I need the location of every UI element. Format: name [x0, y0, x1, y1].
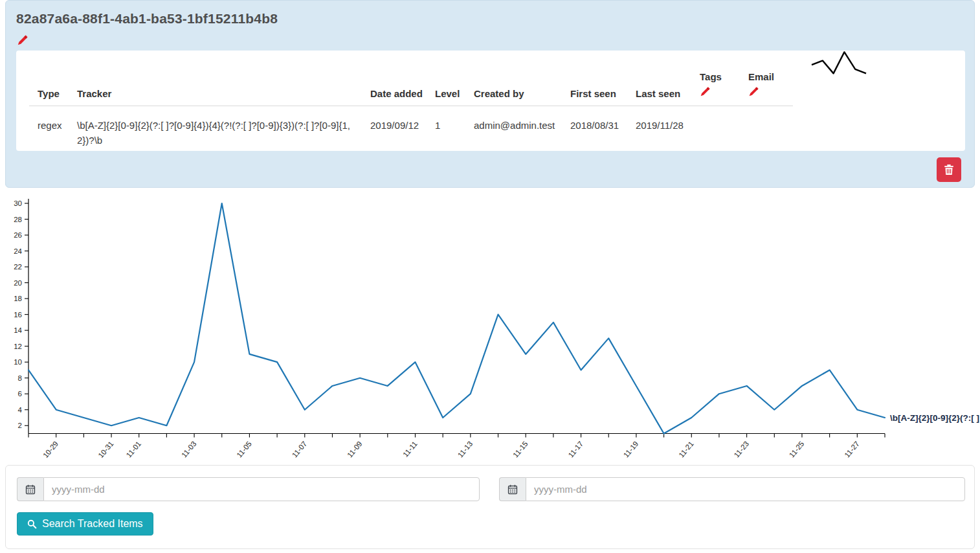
y-tick-label: 28 — [14, 216, 22, 223]
tracker-table: Type Tracker Date added Level Created by… — [29, 71, 793, 148]
y-tick-label: 4 — [18, 406, 23, 414]
table-header-row: Type Tracker Date added Level Created by… — [29, 71, 793, 106]
search-filter-card: Search Tracked Items — [5, 465, 975, 549]
x-tick-label: 11-23 — [733, 440, 751, 459]
tracker-summary-section: 82a87a6a-88f1-4ab1-ba53-1bf15211b4b8 Typ… — [5, 0, 975, 188]
y-tick-label: 24 — [14, 247, 22, 255]
pencil-icon — [700, 86, 711, 97]
x-tick-label: 11-17 — [567, 440, 585, 459]
page-title: 82a87a6a-88f1-4ab1-ba53-1bf15211b4b8 — [16, 11, 278, 27]
col-type: Type — [29, 71, 77, 106]
y-tick-label: 30 — [14, 199, 22, 207]
cell-date-added: 2019/09/12 — [370, 106, 435, 148]
date-to-group — [499, 477, 965, 501]
search-button-label: Search Tracked Items — [42, 518, 143, 530]
cell-first-seen: 2018/08/31 — [570, 106, 636, 148]
edit-title-button[interactable] — [17, 34, 28, 46]
y-tick-label: 12 — [14, 343, 22, 350]
y-tick-label: 20 — [14, 279, 22, 287]
cell-email — [748, 106, 793, 148]
y-tick-label: 6 — [18, 390, 22, 398]
y-tick-label: 26 — [14, 231, 22, 239]
x-tick-label: 11-21 — [677, 440, 695, 459]
calendar-icon — [25, 484, 36, 495]
y-tick-label: 14 — [14, 326, 22, 334]
y-tick-label: 10 — [14, 358, 22, 366]
x-tick-label: 11-13 — [456, 440, 474, 459]
cell-created-by: admin@admin.test — [474, 106, 570, 148]
sparkline-chart — [807, 51, 871, 82]
date-from-input[interactable] — [43, 477, 480, 501]
edit-tags-button[interactable] — [700, 86, 711, 97]
tracked-items-chart: 2468101214161820222426283010-2910-3111-0… — [0, 191, 980, 463]
x-tick-label: 11-11 — [401, 440, 419, 458]
col-tags: Tags — [700, 71, 748, 106]
date-to-input[interactable] — [526, 477, 965, 501]
table-row: regex \b[A-Z]{2}[0-9]{2}(?:[ ]?[0-9]{4})… — [29, 106, 793, 148]
tracker-series-line — [28, 203, 885, 434]
x-tick-label: 10-29 — [41, 440, 60, 459]
cell-tracker: \b[A-Z]{2}[0-9]{2}(?:[ ]?[0-9]{4}){4}(?!… — [77, 106, 370, 148]
date-from-group — [17, 477, 480, 501]
x-tick-label: 11-01 — [125, 440, 143, 459]
col-level: Level — [435, 71, 474, 106]
col-last-seen: Last seen — [636, 71, 700, 106]
edit-email-button[interactable] — [748, 86, 759, 97]
x-tick-label: 10-31 — [96, 440, 115, 459]
search-icon — [27, 519, 37, 529]
cell-tags — [700, 106, 748, 148]
series-legend-label: \b[A-Z]{2}[0-9]{2}(?:[ ] — [890, 413, 979, 423]
delete-tracker-button[interactable] — [937, 157, 961, 182]
x-tick-label: 11-07 — [291, 440, 309, 459]
x-tick-label: 11-05 — [235, 440, 253, 459]
pencil-icon — [748, 86, 759, 97]
cell-type: regex — [29, 106, 77, 148]
pencil-icon — [17, 34, 28, 46]
cell-last-seen: 2019/11/28 — [636, 106, 700, 148]
y-tick-label: 8 — [18, 374, 22, 382]
search-tracked-items-button[interactable]: Search Tracked Items — [17, 512, 153, 536]
col-date-added: Date added — [370, 71, 435, 106]
date-to-addon — [499, 477, 526, 501]
email-label: Email — [748, 71, 793, 82]
x-tick-label: 11-25 — [788, 440, 806, 459]
y-tick-label: 22 — [14, 263, 22, 271]
calendar-icon — [507, 484, 518, 495]
x-tick-label: 11-03 — [180, 440, 198, 459]
x-tick-label: 11-19 — [622, 440, 640, 459]
col-created-by: Created by — [474, 71, 570, 106]
tags-label: Tags — [700, 71, 748, 82]
x-tick-label: 11-27 — [843, 440, 861, 459]
date-from-addon — [17, 477, 43, 501]
col-tracker: Tracker — [77, 71, 370, 106]
y-tick-label: 16 — [14, 311, 22, 319]
col-email: Email — [748, 71, 793, 106]
y-tick-label: 2 — [18, 422, 22, 429]
x-tick-label: 11-09 — [346, 440, 364, 459]
y-tick-label: 18 — [14, 295, 22, 302]
sparkline-line — [812, 52, 866, 73]
col-first-seen: First seen — [570, 71, 636, 106]
x-tick-label: 11-15 — [511, 440, 529, 459]
cell-level: 1 — [435, 106, 474, 148]
tracker-details-card: Type Tracker Date added Level Created by… — [16, 51, 965, 151]
trash-icon — [943, 164, 955, 175]
